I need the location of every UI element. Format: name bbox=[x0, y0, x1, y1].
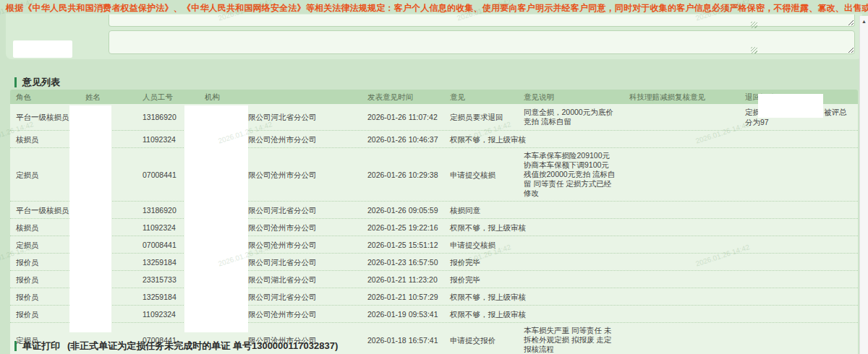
cell-opinion: 权限不够，报上级审核 bbox=[444, 309, 518, 319]
opinion-table-body: 平台一级核损员 13186920 限公司河北省分公司 2026-01-26 11… bbox=[10, 104, 858, 354]
cell-opinion-time: 2026-01-18 16:57:41 bbox=[362, 335, 444, 345]
redaction-box bbox=[184, 105, 248, 332]
claim-opinion-page: 根据《中华人民共和国消费者权益保护法》、《中华人民共和国网络安全法》等相关法律法… bbox=[0, 0, 868, 354]
print-section-header: 单证打印 (非正式单证为定损任务未完成时的单证 单号13000001170328… bbox=[14, 340, 338, 353]
cell-opinion-time: 2026-01-26 09:05:59 bbox=[362, 205, 444, 215]
column-header: 科技理赔减损复核意见 bbox=[624, 92, 739, 102]
print-section-detail: (非正式单证为定损任务未完成时的单证 单号1300000117032837) bbox=[67, 340, 338, 353]
table-row: 报价员 13259184 限公司河北省分公司 2026-01-21 10:57:… bbox=[10, 288, 858, 305]
scroll-up-arrow-icon[interactable]: ▲ bbox=[860, 17, 868, 26]
table-row: 报价员 13259184 限公司河北省分公司 2026-01-23 16:57:… bbox=[10, 253, 858, 270]
column-header: 姓名 bbox=[80, 92, 137, 102]
cell-opinion-desc: 同意全损，20000元为底价竞拍 流标自留 bbox=[518, 108, 624, 126]
table-row: 定损员 07008441 限公司沧州市分公司 2026-01-25 15:51:… bbox=[10, 236, 858, 253]
redaction-box bbox=[13, 40, 72, 58]
cell-opinion-time: 2026-01-26 11:07:42 bbox=[362, 112, 444, 122]
cell-opinion-time: 2026-01-21 11:23:20 bbox=[362, 275, 444, 285]
opinion-table-header: 角色姓名人员工号机构发表意见时间意见意见说明科技理赔减损复核意见退回评价 bbox=[10, 90, 858, 104]
cell-opinion: 申请提交核损 bbox=[444, 170, 518, 180]
cell-opinion: 申请提交核损 bbox=[444, 240, 518, 250]
column-header: 角色 bbox=[10, 92, 80, 102]
remark-form-panel bbox=[6, 14, 862, 59]
redaction-box bbox=[69, 105, 111, 332]
cell-opinion-time: 2026-01-21 10:57:29 bbox=[362, 292, 444, 302]
table-row: 报价员 23315733 限公司湖北省分公司 2026-01-21 11:23:… bbox=[10, 270, 858, 288]
table-row: 核损员 11092324 限公司沧州市分公司 2026-01-26 10:46:… bbox=[10, 130, 858, 147]
cell-opinion: 报价完毕 bbox=[444, 275, 518, 285]
table-row: 定损员 07008441 限公司沧州市分公司 2026-01-26 10:29:… bbox=[10, 147, 858, 201]
section-bar-icon bbox=[14, 77, 17, 87]
cell-opinion-time: 2026-01-19 09:53:41 bbox=[362, 309, 444, 319]
cell-opinion: 权限不够，报上级审核 bbox=[444, 292, 518, 302]
table-row: 核损员 11092324 限公司沧州市分公司 2026-01-25 19:22:… bbox=[10, 218, 858, 236]
cell-opinion-time: 2026-01-26 10:29:38 bbox=[362, 170, 444, 180]
column-header: 意见 bbox=[444, 92, 518, 102]
cell-opinion-desc: 本车承保车损险209100元 协商本车保额下调9100元 残值按20000元竞拍… bbox=[518, 151, 624, 198]
cell-opinion: 报价完毕 bbox=[444, 257, 518, 267]
cell-opinion: 申请提交报价 bbox=[444, 335, 518, 345]
cell-opinion: 权限不够，报上级审核 bbox=[444, 134, 518, 144]
remark-textarea-bottom[interactable] bbox=[109, 30, 855, 54]
print-section-title: 单证打印 bbox=[22, 340, 60, 353]
privacy-notice: 根据《中华人民共和国消费者权益保护法》、《中华人民共和国网络安全法》等相关法律法… bbox=[6, 2, 859, 14]
opinion-table: 角色姓名人员工号机构发表意见时间意见意见说明科技理赔减损复核意见退回评价 平台一… bbox=[10, 90, 858, 354]
column-header: 人员工号 bbox=[137, 92, 199, 102]
cell-opinion-time: 2026-01-23 16:57:50 bbox=[362, 257, 444, 267]
cell-opinion-desc: 本车损失严重 同等责任 未拆检外观定损 拟报废 走定报核流程 bbox=[518, 326, 624, 354]
cell-opinion-time: 2026-01-25 19:22:16 bbox=[362, 223, 444, 233]
section-bar-icon bbox=[14, 341, 17, 351]
table-row: 报价员 11092324 限公司沧州市分公司 2026-01-19 09:53:… bbox=[10, 305, 858, 322]
table-row: 平台一级核损员 13186920 限公司河北省分公司 2026-01-26 09… bbox=[10, 201, 858, 218]
column-header: 机构 bbox=[199, 92, 362, 102]
opinion-section-title: 意见列表 bbox=[22, 76, 60, 89]
column-header: 意见说明 bbox=[518, 92, 624, 102]
table-row: 平台一级核损员 13186920 限公司河北省分公司 2026-01-26 11… bbox=[10, 104, 858, 130]
cell-opinion-time: 2026-01-25 15:51:12 bbox=[362, 240, 444, 250]
resize-handle-icon[interactable] bbox=[751, 47, 757, 53]
cell-opinion: 权限不够，报上级审核 bbox=[444, 223, 518, 233]
vertical-scrollbar[interactable]: ▲ bbox=[859, 16, 868, 354]
resize-handle-icon[interactable] bbox=[751, 22, 757, 28]
remark-textarea-top[interactable] bbox=[109, 14, 855, 27]
column-header: 发表意见时间 bbox=[362, 92, 444, 102]
redaction-box bbox=[758, 94, 823, 118]
cell-opinion: 核损同意 bbox=[444, 205, 518, 215]
opinion-section-header: 意见列表 bbox=[14, 76, 60, 89]
cell-opinion-time: 2026-01-26 10:46:37 bbox=[362, 134, 444, 144]
cell-opinion: 定损员要求退回 bbox=[444, 112, 518, 122]
